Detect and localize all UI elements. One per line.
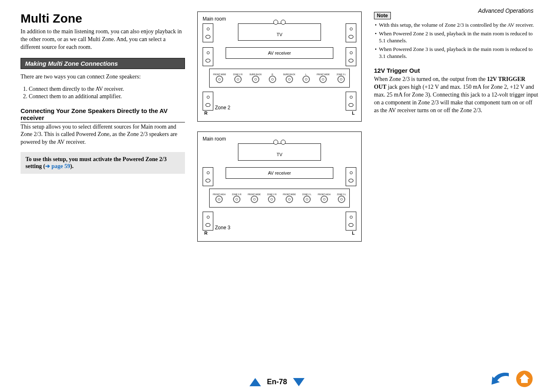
speaker-icon <box>346 47 356 66</box>
note-list: With this setup, the volume of Zone 2/3 … <box>375 22 538 60</box>
speaker-icon <box>203 92 213 111</box>
diagram-zone3: Main room TV AV receiver <box>197 131 362 242</box>
speaker-icon <box>203 167 213 186</box>
page-number: En-78 <box>267 378 287 386</box>
speaker-icon <box>203 212 213 231</box>
tv-box: TV <box>238 23 321 41</box>
ways-list: Connect them directly to the AV receiver… <box>29 86 185 100</box>
note-item: When Powered Zone 3 is used, playback in… <box>375 46 538 60</box>
next-page-icon[interactable] <box>293 378 305 386</box>
diagram-column: Main room TV AV receiver <box>197 12 362 251</box>
r-label: R <box>204 231 208 235</box>
speaker-icon <box>346 167 356 186</box>
subheading: Connecting Your Zone Speakers Directly t… <box>21 107 185 122</box>
page-link[interactable]: ➔ page 59 <box>45 163 70 169</box>
setup-note-box: To use this setup, you must activate the… <box>21 152 185 174</box>
l-label: L <box>352 231 355 235</box>
terminal-strip: FRONT HIGH ZONE 3 R FRONT WIDE ZONE 2 R … <box>209 189 350 208</box>
speaker-icon <box>346 92 356 111</box>
zone2-label: Zone 2 <box>215 105 230 111</box>
two-ways-text: There are two ways you can connect Zone … <box>21 73 185 81</box>
speaker-icon <box>346 212 356 231</box>
note-item: When Powered Zone 2 is used, playback in… <box>375 30 538 44</box>
prev-page-icon[interactable] <box>249 378 261 386</box>
zone3-label: Zone 3 <box>215 225 230 231</box>
section-bar: Making Multi Zone Connections <box>21 58 185 69</box>
diagram-zone2: Main room TV AV receiver <box>197 12 362 122</box>
note-label: Note <box>374 12 391 19</box>
tv-box: TV <box>238 143 321 161</box>
page-title: Multi Zone <box>21 12 185 25</box>
speaker-icon <box>203 47 213 66</box>
right-column: Note With this setup, the volume of Zone… <box>374 12 538 120</box>
tv-label: TV <box>277 32 282 37</box>
terminal-strip: FRONT WIDE ZONE 2 R SURR BACK R SURR BAC… <box>209 69 350 88</box>
home-icon[interactable] <box>515 370 533 388</box>
intro-text: In addition to the main listening room, … <box>21 28 185 51</box>
subdesc: This setup allows you to select differen… <box>21 123 185 147</box>
page-footer: En-78 <box>0 378 554 386</box>
note-item: With this setup, the volume of Zone 2/3 … <box>375 22 538 29</box>
l-label: L <box>352 111 355 115</box>
way-item-1: Connect them directly to the AV receiver… <box>29 86 185 92</box>
section-header: Advanced Operations <box>478 7 533 14</box>
tv-label: TV <box>277 152 282 157</box>
av-receiver-box: AV receiver <box>226 47 333 59</box>
trigger-heading: 12V Trigger Out <box>374 67 538 75</box>
back-icon[interactable] <box>491 371 510 387</box>
way-item-2: Connect them to an additional amplifier. <box>29 93 185 100</box>
setup-note-b: ). <box>70 163 74 169</box>
trigger-text: When Zone 2/3 is turned on, the output f… <box>374 76 538 114</box>
r-label: R <box>204 111 208 115</box>
left-column: Multi Zone In addition to the main liste… <box>21 12 185 174</box>
speaker-icon <box>346 23 356 42</box>
av-receiver-box: AV receiver <box>226 167 333 179</box>
speaker-icon <box>203 23 213 42</box>
